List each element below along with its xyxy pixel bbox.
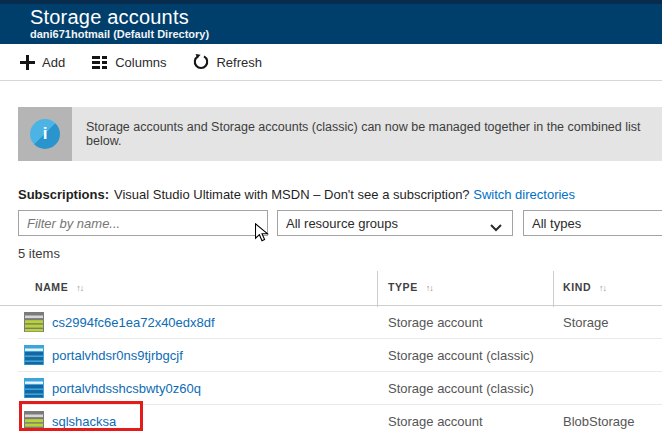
columns-icon	[92, 55, 108, 70]
row-type: Storage account (classic)	[388, 372, 534, 405]
info-banner: i Storage accounts and Storage accounts …	[18, 107, 662, 161]
columns-button[interactable]: Columns	[92, 55, 166, 70]
add-button-label: Add	[42, 55, 65, 70]
info-banner-icon-box: i	[18, 107, 72, 161]
directory-subtitle: dani671hotmail (Default Directory)	[30, 28, 209, 40]
classic-storage-account-icon	[24, 345, 44, 365]
storage-account-icon	[24, 312, 44, 332]
sort-arrows-icon: ↑↓	[76, 283, 83, 293]
column-header-type[interactable]: TYPE↑↓	[388, 269, 433, 306]
storage-account-icon	[24, 411, 44, 431]
storage-account-link[interactable]: portalvhdsshcsbwty0z60q	[52, 372, 201, 405]
info-icon: i	[30, 119, 60, 149]
column-separator	[553, 271, 554, 307]
subscriptions-label: Subscriptions:	[18, 187, 109, 202]
add-button[interactable]: Add	[20, 55, 65, 70]
column-header-name[interactable]: NAME↑↓	[35, 269, 83, 306]
info-banner-text: Storage accounts and Storage accounts (c…	[86, 107, 654, 161]
refresh-button[interactable]: Refresh	[193, 54, 262, 70]
chevron-down-icon	[490, 220, 502, 235]
row-kind: BlobStorage	[563, 405, 635, 437]
row-type: Storage account (classic)	[388, 339, 534, 372]
plus-icon	[20, 55, 35, 70]
columns-button-label: Columns	[115, 55, 166, 70]
row-kind: Storage	[563, 306, 609, 339]
sort-arrows-icon: ↑↓	[599, 283, 606, 293]
sort-arrows-icon: ↑↓	[426, 283, 433, 293]
storage-account-link[interactable]: sqlshacksa	[52, 405, 116, 437]
switch-directories-link[interactable]: Switch directories	[473, 187, 575, 202]
column-separator	[377, 271, 378, 307]
refresh-button-label: Refresh	[216, 55, 262, 70]
page-title: Storage accounts	[30, 6, 189, 29]
refresh-icon	[193, 54, 209, 70]
resource-groups-value: All resource groups	[286, 216, 398, 231]
classic-storage-account-icon	[24, 378, 44, 398]
table-row[interactable]: portalvhdsr0ns9tjrbgcjf Storage account …	[18, 339, 662, 372]
table-header: NAME↑↓ TYPE↑↓ KIND↑↓	[0, 269, 662, 306]
resource-groups-dropdown[interactable]: All resource groups	[277, 210, 513, 236]
table-row[interactable]: cs2994fc6e1ea72x40edx8df Storage account…	[18, 306, 662, 339]
row-type: Storage account	[388, 306, 483, 339]
table-row[interactable]: sqlshacksa Storage account BlobStorage	[18, 405, 662, 437]
subscriptions-value: Visual Studio Ultimate with MSDN – Don't…	[114, 187, 470, 202]
row-type: Storage account	[388, 405, 483, 437]
page-header: Storage accounts dani671hotmail (Default…	[0, 0, 662, 44]
filter-by-name-input[interactable]	[18, 210, 268, 236]
column-header-kind[interactable]: KIND↑↓	[563, 269, 606, 306]
storage-account-link[interactable]: cs2994fc6e1ea72x40edx8df	[52, 306, 215, 339]
storage-account-link[interactable]: portalvhdsr0ns9tjrbgcjf	[52, 339, 183, 372]
types-dropdown[interactable]: All types	[523, 210, 662, 236]
command-bar: Add Columns Refresh	[0, 44, 662, 81]
items-count: 5 items	[18, 246, 60, 261]
types-value: All types	[532, 216, 581, 231]
header-top-strip	[0, 0, 662, 4]
storage-accounts-page: Storage accounts dani671hotmail (Default…	[0, 0, 662, 437]
subscriptions-line: Subscriptions:Visual Studio Ultimate wit…	[18, 187, 575, 202]
table-row[interactable]: portalvhdsshcsbwty0z60q Storage account …	[18, 372, 662, 405]
